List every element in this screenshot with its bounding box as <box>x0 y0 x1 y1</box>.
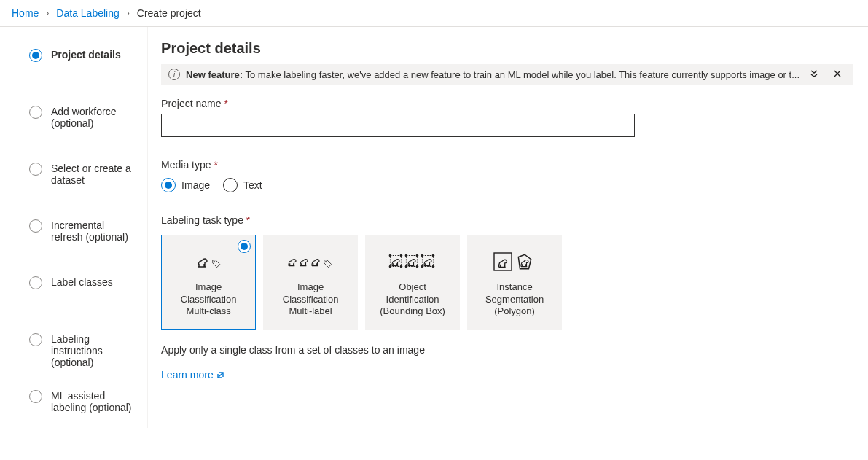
breadcrumb-data-labeling[interactable]: Data Labeling <box>56 7 119 19</box>
task-type-card[interactable]: ImageClassificationMulti-label <box>263 235 358 330</box>
close-icon <box>833 69 842 78</box>
card-title: ImageClassificationMulti-label <box>283 281 339 319</box>
step-label: ML assisted labeling (optional) <box>51 390 133 413</box>
radio-label: Text <box>243 179 262 191</box>
breadcrumb-current: Create project <box>137 7 201 19</box>
step-bullet-icon <box>29 163 42 176</box>
wizard-step[interactable]: Add workforce (optional) <box>29 106 133 163</box>
card-icon <box>387 246 438 276</box>
radio-icon <box>161 178 176 192</box>
expand-banner-button[interactable] <box>805 69 823 80</box>
step-connector <box>36 235 36 273</box>
project-name-label: Project name * <box>161 98 853 109</box>
step-bullet-icon <box>29 333 42 346</box>
info-banner: i New feature: To make labeling faster, … <box>161 64 853 85</box>
step-label: Select or create a dataset <box>51 163 133 186</box>
media-type-option[interactable]: Text <box>223 178 262 192</box>
project-name-input[interactable] <box>161 114 635 137</box>
page-title: Project details <box>161 40 853 57</box>
step-connector <box>36 122 36 160</box>
main-content: Project details i New feature: To make l… <box>148 27 868 428</box>
card-title: InstanceSegmentation(Polygon) <box>485 281 544 319</box>
card-title: ImageClassificationMulti-class <box>181 281 237 319</box>
step-label: Labeling instructions (optional) <box>51 333 133 368</box>
step-label: Incremental refresh (optional) <box>51 219 133 243</box>
step-connector <box>36 179 36 217</box>
info-icon: i <box>168 69 180 80</box>
step-bullet-icon <box>29 106 42 119</box>
step-bullet-icon <box>29 276 42 289</box>
selected-radio-icon <box>238 240 251 253</box>
task-description: Apply only a single class from a set of … <box>161 344 853 356</box>
step-connector <box>36 292 36 330</box>
step-label: Project details <box>51 49 121 61</box>
task-type-card[interactable]: ImageClassificationMulti-class <box>161 235 256 330</box>
wizard-step[interactable]: Incremental refresh (optional) <box>29 219 133 276</box>
wizard-step[interactable]: Project details <box>29 49 133 106</box>
media-type-label: Media type * <box>161 159 853 171</box>
wizard-step[interactable]: Label classes <box>29 276 133 333</box>
breadcrumb: Home › Data Labeling › Create project <box>0 0 868 27</box>
task-type-label: Labeling task type * <box>161 214 853 226</box>
wizard-step[interactable]: Select or create a dataset <box>29 163 133 219</box>
close-banner-button[interactable] <box>829 69 846 80</box>
chevron-right-icon: › <box>127 8 130 18</box>
step-bullet-icon <box>29 219 42 233</box>
task-type-card[interactable]: ObjectIdentification(Bounding Box) <box>365 235 460 330</box>
card-title: ObjectIdentification(Bounding Box) <box>380 281 445 319</box>
learn-more-link[interactable]: Learn more <box>161 369 225 381</box>
card-icon <box>492 246 537 276</box>
external-link-icon <box>216 370 225 379</box>
wizard-step[interactable]: ML assisted labeling (optional) <box>29 390 133 413</box>
step-connector <box>36 349 36 387</box>
media-type-option[interactable]: Image <box>161 178 210 192</box>
step-label: Label classes <box>51 276 113 288</box>
card-icon <box>191 246 226 276</box>
info-text: New feature: To make labeling faster, we… <box>186 69 799 80</box>
task-type-card[interactable]: InstanceSegmentation(Polygon) <box>467 235 562 330</box>
chevron-double-down-icon <box>810 69 818 78</box>
step-bullet-icon <box>29 49 42 62</box>
step-connector <box>36 65 36 103</box>
step-bullet-icon <box>29 390 42 403</box>
radio-icon <box>223 178 238 192</box>
card-icon <box>285 246 336 276</box>
chevron-right-icon: › <box>46 8 49 18</box>
wizard-step[interactable]: Labeling instructions (optional) <box>29 333 133 390</box>
breadcrumb-home[interactable]: Home <box>12 7 39 19</box>
radio-label: Image <box>181 179 210 191</box>
svg-rect-0 <box>494 253 512 270</box>
step-label: Add workforce (optional) <box>51 106 133 129</box>
wizard-steps-sidebar: Project details Add workforce (optional)… <box>0 27 148 428</box>
